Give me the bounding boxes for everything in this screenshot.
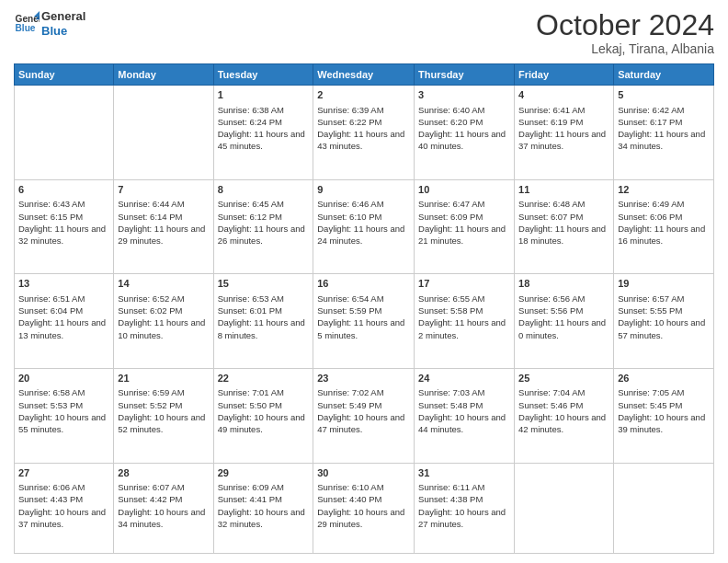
sunrise-text: Sunrise: 6:46 AM (317, 198, 410, 210)
calendar-cell: 1Sunrise: 6:38 AMSunset: 6:24 PMDaylight… (213, 86, 313, 180)
day-number: 22 (218, 372, 310, 385)
day-number: 25 (518, 372, 609, 385)
day-number: 17 (418, 277, 510, 291)
daylight-text: Daylight: 10 hours and 55 minutes. (18, 411, 109, 436)
calendar-week-0: 1Sunrise: 6:38 AMSunset: 6:24 PMDaylight… (15, 86, 714, 180)
daylight-text: Daylight: 10 hours and 57 minutes. (618, 316, 710, 341)
header-tuesday: Tuesday (213, 64, 313, 86)
calendar-cell: 11Sunrise: 6:48 AMSunset: 6:07 PMDayligh… (515, 179, 614, 274)
daylight-text: Daylight: 10 hours and 52 minutes. (118, 411, 209, 436)
calendar-cell: 21Sunrise: 6:59 AMSunset: 5:52 PMDayligh… (114, 369, 213, 464)
day-number: 15 (218, 277, 310, 291)
day-number: 29 (218, 466, 310, 480)
sunrise-text: Sunrise: 6:49 AM (618, 198, 710, 210)
sunrise-text: Sunrise: 6:53 AM (218, 293, 310, 304)
sunrise-text: Sunrise: 7:04 AM (518, 386, 609, 398)
sunset-text: Sunset: 6:17 PM (618, 116, 710, 128)
calendar-cell: 2Sunrise: 6:39 AMSunset: 6:22 PMDaylight… (313, 86, 415, 180)
daylight-text: Daylight: 11 hours and 45 minutes. (218, 128, 310, 153)
calendar-cell: 26Sunrise: 7:05 AMSunset: 5:45 PMDayligh… (614, 369, 714, 464)
sunrise-text: Sunrise: 6:38 AM (218, 104, 310, 116)
calendar-week-1: 6Sunrise: 6:43 AMSunset: 6:15 PMDaylight… (15, 179, 714, 274)
day-number: 5 (618, 88, 710, 102)
calendar-cell: 19Sunrise: 6:57 AMSunset: 5:55 PMDayligh… (614, 274, 714, 369)
logo: General Blue General Blue (14, 9, 85, 38)
sunrise-text: Sunrise: 6:51 AM (18, 293, 109, 304)
calendar-cell: 24Sunrise: 7:03 AMSunset: 5:48 PMDayligh… (415, 369, 515, 464)
daylight-text: Daylight: 11 hours and 10 minutes. (118, 316, 209, 341)
daylight-text: Daylight: 11 hours and 5 minutes. (317, 316, 410, 341)
daylight-text: Daylight: 11 hours and 29 minutes. (118, 223, 209, 247)
sunrise-text: Sunrise: 6:40 AM (418, 104, 510, 116)
sunrise-text: Sunrise: 6:45 AM (218, 198, 310, 210)
day-number: 27 (18, 466, 109, 480)
sunrise-text: Sunrise: 6:41 AM (518, 104, 609, 116)
calendar: Sunday Monday Tuesday Wednesday Thursday… (14, 63, 714, 554)
sunset-text: Sunset: 5:58 PM (418, 304, 510, 316)
calendar-cell (114, 86, 213, 180)
sunset-text: Sunset: 5:59 PM (317, 304, 410, 316)
calendar-cell: 4Sunrise: 6:41 AMSunset: 6:19 PMDaylight… (515, 86, 614, 180)
daylight-text: Daylight: 11 hours and 13 minutes. (18, 316, 109, 341)
sunrise-text: Sunrise: 6:43 AM (18, 198, 109, 210)
daylight-text: Daylight: 10 hours and 49 minutes. (218, 411, 310, 436)
daylight-text: Daylight: 11 hours and 37 minutes. (518, 128, 609, 153)
daylight-text: Daylight: 11 hours and 32 minutes. (18, 223, 109, 247)
sunrise-text: Sunrise: 7:02 AM (317, 386, 410, 398)
sunset-text: Sunset: 5:46 PM (518, 399, 609, 411)
header-friday: Friday (515, 64, 614, 86)
sunset-text: Sunset: 6:24 PM (218, 116, 310, 128)
day-number: 14 (118, 277, 209, 291)
calendar-week-3: 20Sunrise: 6:58 AMSunset: 5:53 PMDayligh… (15, 369, 714, 464)
calendar-cell: 8Sunrise: 6:45 AMSunset: 6:12 PMDaylight… (213, 179, 313, 274)
day-number: 10 (418, 183, 510, 197)
day-number: 12 (618, 183, 710, 197)
sunset-text: Sunset: 4:42 PM (118, 493, 209, 505)
sunset-text: Sunset: 6:04 PM (18, 304, 109, 316)
calendar-cell: 17Sunrise: 6:55 AMSunset: 5:58 PMDayligh… (415, 274, 515, 369)
sunrise-text: Sunrise: 6:56 AM (518, 293, 609, 304)
sunset-text: Sunset: 5:52 PM (118, 399, 209, 411)
day-number: 19 (618, 277, 710, 291)
sunset-text: Sunset: 5:53 PM (18, 399, 109, 411)
daylight-text: Daylight: 10 hours and 37 minutes. (18, 506, 109, 531)
daylight-text: Daylight: 11 hours and 34 minutes. (618, 128, 710, 153)
sunset-text: Sunset: 4:43 PM (18, 493, 109, 505)
day-number: 8 (218, 183, 310, 197)
calendar-cell: 7Sunrise: 6:44 AMSunset: 6:14 PMDaylight… (114, 179, 213, 274)
day-number: 21 (118, 372, 209, 385)
sunset-text: Sunset: 6:07 PM (518, 211, 609, 223)
calendar-week-4: 27Sunrise: 6:06 AMSunset: 4:43 PMDayligh… (15, 463, 714, 553)
calendar-cell (15, 86, 114, 180)
calendar-cell: 18Sunrise: 6:56 AMSunset: 5:56 PMDayligh… (515, 274, 614, 369)
sunrise-text: Sunrise: 7:03 AM (418, 386, 510, 398)
sunset-text: Sunset: 6:22 PM (317, 116, 410, 128)
logo-icon: General Blue (14, 11, 40, 37)
header-sunday: Sunday (15, 64, 114, 86)
day-number: 9 (317, 183, 410, 197)
sunset-text: Sunset: 5:48 PM (418, 399, 510, 411)
calendar-cell: 15Sunrise: 6:53 AMSunset: 6:01 PMDayligh… (213, 274, 313, 369)
location: Lekaj, Tirana, Albania (536, 41, 714, 56)
month-title: October 2024 (536, 9, 714, 41)
daylight-text: Daylight: 10 hours and 27 minutes. (418, 506, 510, 531)
sunrise-text: Sunrise: 6:39 AM (317, 104, 410, 116)
sunset-text: Sunset: 6:12 PM (218, 211, 310, 223)
daylight-text: Daylight: 11 hours and 26 minutes. (218, 223, 310, 247)
title-block: October 2024 Lekaj, Tirana, Albania (536, 9, 714, 56)
calendar-cell (515, 463, 614, 553)
daylight-text: Daylight: 11 hours and 16 minutes. (618, 223, 710, 247)
calendar-cell: 14Sunrise: 6:52 AMSunset: 6:02 PMDayligh… (114, 274, 213, 369)
sunrise-text: Sunrise: 6:07 AM (118, 481, 209, 493)
calendar-cell: 23Sunrise: 7:02 AMSunset: 5:49 PMDayligh… (313, 369, 415, 464)
sunset-text: Sunset: 5:50 PM (218, 399, 310, 411)
daylight-text: Daylight: 11 hours and 43 minutes. (317, 128, 410, 153)
sunrise-text: Sunrise: 6:47 AM (418, 198, 510, 210)
calendar-cell: 27Sunrise: 6:06 AMSunset: 4:43 PMDayligh… (15, 463, 114, 553)
day-number: 7 (118, 183, 209, 197)
calendar-cell: 22Sunrise: 7:01 AMSunset: 5:50 PMDayligh… (213, 369, 313, 464)
day-number: 4 (518, 88, 609, 102)
sunset-text: Sunset: 4:38 PM (418, 493, 510, 505)
sunrise-text: Sunrise: 6:54 AM (317, 293, 410, 304)
calendar-cell: 29Sunrise: 6:09 AMSunset: 4:41 PMDayligh… (213, 463, 313, 553)
